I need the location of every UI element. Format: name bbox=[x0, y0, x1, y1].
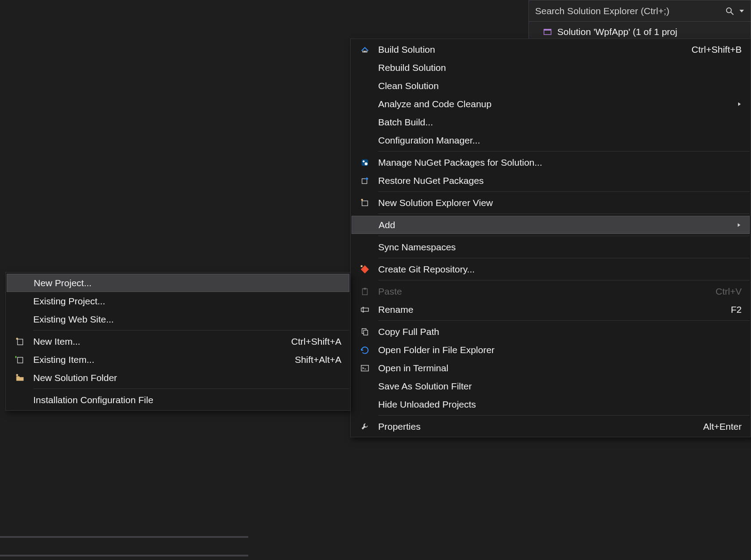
menu-item-label: Add bbox=[379, 220, 728, 230]
menu-item-label: Existing Project... bbox=[33, 296, 341, 307]
menu-item-props[interactable]: PropertiesAlt+Enter bbox=[352, 417, 750, 436]
menu-item-label: New Project... bbox=[34, 278, 341, 288]
git-icon bbox=[352, 264, 378, 274]
menu-item-savefilter[interactable]: Save As Solution Filter bbox=[352, 377, 750, 395]
menu-item-build[interactable]: Build SolutionCtrl+Shift+B bbox=[352, 40, 750, 58]
menu-item-label: Open Folder in File Explorer bbox=[378, 345, 742, 355]
add-submenu: New Project...Existing Project...Existin… bbox=[5, 272, 351, 411]
menu-item-label: Save As Solution Filter bbox=[378, 381, 742, 392]
menu-item-exproj[interactable]: Existing Project... bbox=[7, 292, 349, 310]
menu-item-shortcut: Alt+Enter bbox=[703, 421, 742, 432]
menu-item-label: Batch Build... bbox=[378, 117, 742, 128]
menu-item-rebuild[interactable]: Rebuild Solution bbox=[352, 58, 750, 77]
menu-item-label: Installation Configuration File bbox=[33, 395, 341, 405]
menu-item-restore[interactable]: Restore NuGet Packages bbox=[352, 171, 750, 190]
svg-point-6 bbox=[366, 51, 367, 52]
menu-item-openexp[interactable]: Open Folder in File Explorer bbox=[352, 341, 750, 359]
open-icon bbox=[352, 345, 378, 355]
menu-separator bbox=[378, 191, 750, 192]
newitem-icon bbox=[7, 337, 33, 346]
menu-separator bbox=[378, 151, 750, 152]
paste-icon bbox=[352, 287, 378, 296]
svg-line-1 bbox=[731, 12, 734, 15]
svg-rect-21 bbox=[364, 330, 368, 335]
svg-rect-24 bbox=[18, 339, 23, 345]
menu-item-label: Sync Namespaces bbox=[378, 242, 742, 253]
menu-item-label: Build Solution bbox=[378, 44, 674, 55]
menu-item-newview[interactable]: New Solution Explorer View bbox=[352, 194, 750, 212]
terminal-icon bbox=[352, 363, 378, 373]
menu-item-rename[interactable]: RenameF2 bbox=[352, 300, 750, 319]
menu-item-shortcut: Shift+Alt+A bbox=[295, 354, 341, 365]
menu-item-label: Properties bbox=[378, 421, 685, 432]
menu-item-label: Rename bbox=[378, 304, 713, 315]
menu-separator bbox=[378, 280, 750, 280]
chevron-down-icon[interactable] bbox=[739, 8, 744, 14]
menu-item-label: New Item... bbox=[33, 336, 274, 347]
solution-icon bbox=[543, 27, 552, 36]
restore-icon bbox=[352, 176, 378, 186]
svg-rect-10 bbox=[362, 179, 367, 183]
menu-item-label: Create Git Repository... bbox=[378, 264, 742, 275]
menu-item-nuget[interactable]: Manage NuGet Packages for Solution... bbox=[352, 153, 750, 171]
menu-item-shortcut: F2 bbox=[731, 304, 742, 315]
search-icon bbox=[725, 6, 735, 16]
exitem-icon bbox=[7, 355, 33, 365]
menu-separator bbox=[378, 258, 750, 258]
nuget-icon bbox=[352, 158, 378, 167]
svg-rect-3 bbox=[544, 29, 551, 31]
submenu-arrow-icon bbox=[737, 223, 741, 227]
menu-item-label: Copy Full Path bbox=[378, 327, 742, 337]
menu-item-newfolder[interactable]: New Solution Folder bbox=[7, 369, 349, 387]
svg-rect-14 bbox=[363, 288, 368, 295]
wrench-icon bbox=[352, 422, 378, 432]
menu-item-label: Open in Terminal bbox=[378, 363, 742, 373]
svg-rect-7 bbox=[362, 159, 368, 166]
menu-item-hideunload[interactable]: Hide Unloaded Projects bbox=[352, 395, 750, 413]
submenu-arrow-icon bbox=[737, 102, 742, 106]
menu-item-analyze[interactable]: Analyze and Code Cleanup bbox=[352, 95, 750, 113]
folder-icon bbox=[7, 373, 33, 383]
svg-point-13 bbox=[360, 265, 363, 267]
menu-item-shortcut: Ctrl+Shift+A bbox=[291, 336, 341, 347]
menu-item-instcfg[interactable]: Installation Configuration File bbox=[7, 391, 349, 409]
svg-rect-4 bbox=[363, 51, 368, 52]
menu-item-exitem[interactable]: Existing Item...Shift+Alt+A bbox=[7, 350, 349, 369]
menu-separator bbox=[378, 415, 750, 416]
newview-icon bbox=[352, 198, 378, 208]
menu-separator bbox=[33, 330, 349, 331]
menu-item-paste: PasteCtrl+V bbox=[352, 282, 750, 300]
menu-item-label: Rebuild Solution bbox=[378, 62, 742, 73]
menu-item-cfg[interactable]: Configuration Manager... bbox=[352, 131, 750, 149]
menu-item-newitem[interactable]: New Item...Ctrl+Shift+A bbox=[7, 332, 349, 350]
menu-item-label: Existing Web Site... bbox=[33, 314, 341, 325]
svg-point-9 bbox=[365, 162, 368, 165]
menu-separator bbox=[378, 214, 750, 214]
menu-item-shortcut: Ctrl+Shift+B bbox=[692, 44, 742, 55]
solution-context-menu: Build SolutionCtrl+Shift+BRebuild Soluti… bbox=[350, 39, 751, 437]
menu-item-label: New Solution Folder bbox=[33, 373, 341, 383]
menu-separator bbox=[378, 320, 750, 321]
svg-rect-16 bbox=[361, 308, 369, 311]
svg-rect-26 bbox=[18, 357, 23, 363]
menu-item-clean[interactable]: Clean Solution bbox=[352, 77, 750, 95]
menu-item-add[interactable]: Add bbox=[352, 216, 750, 234]
menu-item-label: Restore NuGet Packages bbox=[378, 175, 742, 186]
menu-item-newproj[interactable]: New Project... bbox=[7, 274, 349, 292]
solution-explorer-search[interactable]: Search Solution Explorer (Ctrl+;) bbox=[528, 0, 751, 22]
svg-rect-15 bbox=[364, 288, 366, 289]
search-placeholder: Search Solution Explorer (Ctrl+;) bbox=[535, 6, 720, 16]
menu-item-label: Existing Item... bbox=[33, 354, 277, 365]
menu-item-terminal[interactable]: Open in Terminal bbox=[352, 359, 750, 377]
svg-point-12 bbox=[361, 198, 363, 200]
svg-point-5 bbox=[363, 51, 364, 52]
menu-separator bbox=[378, 236, 750, 236]
menu-item-sync[interactable]: Sync Namespaces bbox=[352, 238, 750, 256]
svg-point-25 bbox=[16, 338, 18, 340]
menu-item-git[interactable]: Create Git Repository... bbox=[352, 260, 750, 278]
menu-item-batch[interactable]: Batch Build... bbox=[352, 113, 750, 131]
menu-item-copypath[interactable]: Copy Full Path bbox=[352, 323, 750, 341]
divider bbox=[0, 555, 248, 556]
menu-item-label: New Solution Explorer View bbox=[378, 198, 742, 208]
menu-item-exweb[interactable]: Existing Web Site... bbox=[7, 310, 349, 328]
